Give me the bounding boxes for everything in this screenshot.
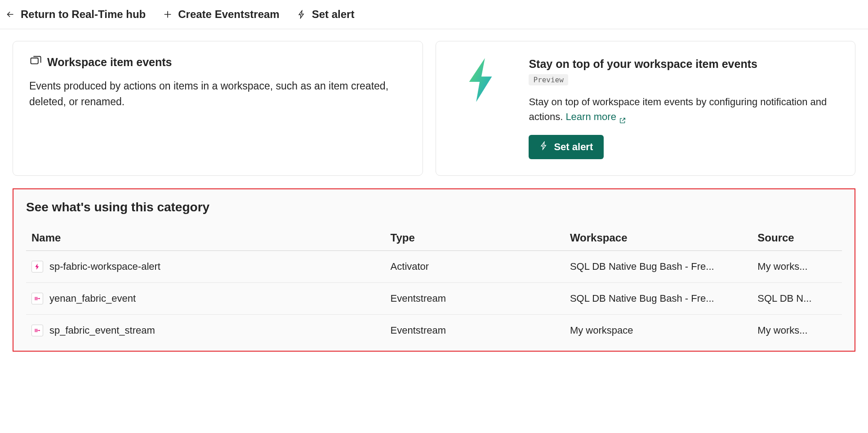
activator-icon [31, 261, 43, 272]
bolt-icon [539, 141, 548, 153]
row-workspace: SQL DB Native Bug Bash - Fre... [565, 251, 752, 283]
col-workspace-header[interactable]: Workspace [565, 225, 752, 251]
workspace-events-card: Workspace item events Events produced by… [13, 41, 423, 176]
set-alert-toolbar-button[interactable]: Set alert [297, 8, 355, 21]
col-type-header[interactable]: Type [385, 225, 565, 251]
set-alert-button-label: Set alert [554, 141, 593, 153]
col-name-header[interactable]: Name [26, 225, 385, 251]
table-row[interactable]: yenan_fabric_eventEventstreamSQL DB Nati… [26, 283, 842, 315]
row-type: Activator [385, 251, 565, 283]
cards-row: Workspace item events Events produced by… [13, 41, 855, 176]
toolbar: Return to Real-Time hub Create Eventstre… [0, 0, 868, 29]
table-row[interactable]: sp-fabric-workspace-alertActivatorSQL DB… [26, 251, 842, 283]
row-name: sp-fabric-workspace-alert [49, 261, 160, 272]
promo-text: Stay on top of workspace item events by … [529, 94, 839, 124]
set-alert-label: Set alert [312, 8, 355, 21]
create-label: Create Eventstream [178, 8, 279, 21]
row-source: My works... [752, 251, 842, 283]
learn-more-label: Learn more [565, 109, 616, 124]
create-eventstream-button[interactable]: Create Eventstream [163, 8, 279, 21]
table-row[interactable]: sp_fabric_event_streamEventstreamMy work… [26, 315, 842, 347]
promo-card: Stay on top of your workspace item event… [436, 41, 855, 176]
svg-point-1 [39, 298, 40, 299]
usage-section: See what's using this category Name Type… [13, 188, 855, 352]
promo-title: Stay on top of your workspace item event… [529, 58, 839, 71]
bolt-large-icon [463, 58, 498, 103]
content-area: Workspace item events Events produced by… [0, 29, 868, 363]
workspace-icon [29, 55, 42, 69]
table-header-row: Name Type Workspace Source [26, 225, 842, 251]
svg-point-2 [39, 330, 40, 331]
svg-rect-0 [31, 58, 38, 64]
row-workspace: My workspace [565, 315, 752, 347]
card-title-row: Workspace item events [29, 55, 406, 69]
return-button[interactable]: Return to Real-Time hub [5, 8, 146, 21]
row-source: SQL DB N... [752, 283, 842, 315]
eventstream-icon [31, 325, 43, 336]
row-type: Eventstream [385, 315, 565, 347]
bolt-icon [297, 9, 307, 19]
row-name: sp_fabric_event_stream [49, 325, 155, 336]
card-title: Workspace item events [47, 56, 172, 69]
arrow-left-icon [5, 9, 15, 19]
promo-content: Stay on top of your workspace item event… [529, 58, 839, 159]
row-type: Eventstream [385, 283, 565, 315]
learn-more-link[interactable]: Learn more [565, 109, 626, 124]
row-workspace: SQL DB Native Bug Bash - Fre... [565, 283, 752, 315]
set-alert-button[interactable]: Set alert [529, 135, 604, 159]
section-heading: See what's using this category [26, 200, 842, 214]
row-source: My works... [752, 315, 842, 347]
usage-table: Name Type Workspace Source sp-fabric-wor… [26, 225, 842, 346]
plus-icon [163, 9, 173, 19]
card-description: Events produced by actions on items in a… [29, 78, 406, 109]
external-link-icon [619, 113, 626, 121]
preview-badge: Preview [529, 74, 568, 85]
col-source-header[interactable]: Source [752, 225, 842, 251]
eventstream-icon [31, 293, 43, 304]
return-label: Return to Real-Time hub [21, 8, 146, 21]
row-name: yenan_fabric_event [49, 293, 136, 304]
